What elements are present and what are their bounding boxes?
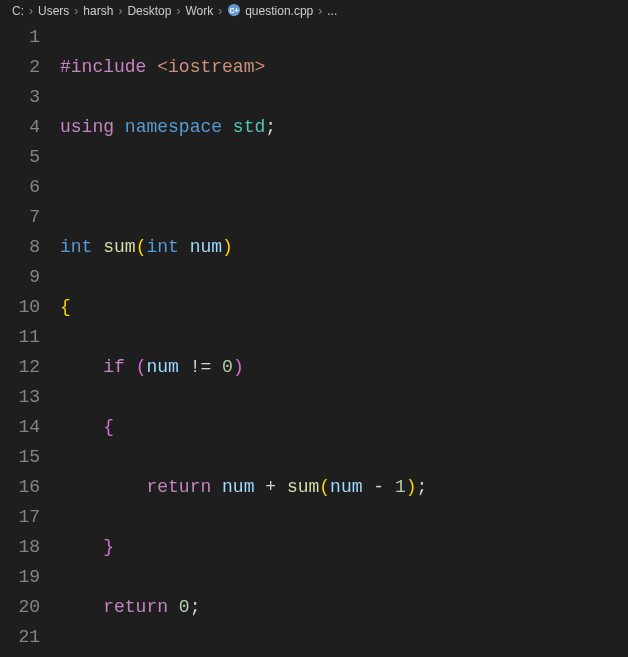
chevron-right-icon: ›	[118, 4, 122, 18]
operator-token: !=	[190, 357, 212, 377]
function-call: sum	[287, 477, 319, 497]
line-number: 1	[0, 22, 40, 52]
line-number: 11	[0, 322, 40, 352]
line-number: 10	[0, 292, 40, 322]
line-number: 5	[0, 142, 40, 172]
line-number: 12	[0, 352, 40, 382]
line-number: 20	[0, 592, 40, 622]
brace-token: {	[60, 297, 71, 317]
cpp-file-icon: C+	[227, 3, 241, 17]
chevron-right-icon: ›	[29, 4, 33, 18]
line-number: 2	[0, 52, 40, 82]
param-name: num	[190, 237, 222, 257]
code-line[interactable]: #include <iostream>	[60, 52, 628, 82]
line-number: 6	[0, 172, 40, 202]
namespace-name: std	[233, 117, 265, 137]
code-line[interactable]: }	[60, 652, 628, 657]
code-line[interactable]: }	[60, 532, 628, 562]
breadcrumb-work[interactable]: Work	[185, 4, 213, 18]
svg-text:C+: C+	[230, 7, 239, 14]
breadcrumb-users[interactable]: Users	[38, 4, 69, 18]
code-line[interactable]: {	[60, 292, 628, 322]
number-token: 1	[395, 477, 406, 497]
paren-token: (	[136, 237, 147, 257]
code-editor[interactable]: 1 2 3 4 5 6 7 8 9 10 11 12 13 14 15 16 1…	[0, 22, 628, 657]
line-number: 16	[0, 472, 40, 502]
line-number: 17	[0, 502, 40, 532]
line-number: 4	[0, 112, 40, 142]
code-line[interactable]	[60, 172, 628, 202]
paren-token: )	[406, 477, 417, 497]
semicolon: ;	[190, 597, 201, 617]
semicolon: ;	[417, 477, 428, 497]
line-number: 9	[0, 262, 40, 292]
paren-token: )	[233, 357, 244, 377]
line-number: 19	[0, 562, 40, 592]
chevron-right-icon: ›	[318, 4, 322, 18]
namespace-keyword: namespace	[125, 117, 222, 137]
breadcrumb[interactable]: C: › Users › harsh › Desktop › Work › C+…	[0, 0, 628, 22]
include-path: <iostream>	[146, 57, 265, 77]
line-number: 13	[0, 382, 40, 412]
line-number: 7	[0, 202, 40, 232]
variable-name: num	[330, 477, 362, 497]
breadcrumb-drive[interactable]: C:	[12, 4, 24, 18]
if-keyword: if	[103, 357, 125, 377]
breadcrumb-desktop[interactable]: Desktop	[127, 4, 171, 18]
variable-name: num	[222, 477, 254, 497]
operator-token: +	[265, 477, 276, 497]
using-keyword: using	[60, 117, 114, 137]
paren-token: (	[319, 477, 330, 497]
return-keyword: return	[146, 477, 211, 497]
chevron-right-icon: ›	[176, 4, 180, 18]
breadcrumb-file[interactable]: question.cpp	[245, 4, 313, 18]
type-token: int	[60, 237, 92, 257]
function-name: sum	[103, 237, 135, 257]
operator-token: -	[373, 477, 384, 497]
line-number-gutter: 1 2 3 4 5 6 7 8 9 10 11 12 13 14 15 16 1…	[0, 22, 60, 657]
include-keyword: include	[71, 57, 147, 77]
chevron-right-icon: ›	[218, 4, 222, 18]
return-keyword: return	[103, 597, 168, 617]
breadcrumb-user[interactable]: harsh	[83, 4, 113, 18]
type-token: int	[146, 237, 178, 257]
preprocessor-token: #	[60, 57, 71, 77]
number-token: 0	[222, 357, 233, 377]
code-line[interactable]: using namespace std;	[60, 112, 628, 142]
brace-token: {	[103, 417, 114, 437]
line-number: 14	[0, 412, 40, 442]
line-number: 18	[0, 532, 40, 562]
line-number: 3	[0, 82, 40, 112]
code-line[interactable]: return num + sum(num - 1);	[60, 472, 628, 502]
number-token: 0	[179, 597, 190, 617]
line-number: 21	[0, 622, 40, 652]
brace-token: }	[103, 537, 114, 557]
code-content[interactable]: #include <iostream> using namespace std;…	[60, 22, 628, 657]
code-line[interactable]: int sum(int num)	[60, 232, 628, 262]
variable-name: num	[146, 357, 178, 377]
line-number: 15	[0, 442, 40, 472]
code-line[interactable]: return 0;	[60, 592, 628, 622]
code-line[interactable]: if (num != 0)	[60, 352, 628, 382]
code-line[interactable]: {	[60, 412, 628, 442]
semicolon: ;	[265, 117, 276, 137]
line-number: 8	[0, 232, 40, 262]
chevron-right-icon: ›	[74, 4, 78, 18]
paren-token: )	[222, 237, 233, 257]
paren-token: (	[136, 357, 147, 377]
breadcrumb-ellipsis[interactable]: ...	[327, 4, 337, 18]
